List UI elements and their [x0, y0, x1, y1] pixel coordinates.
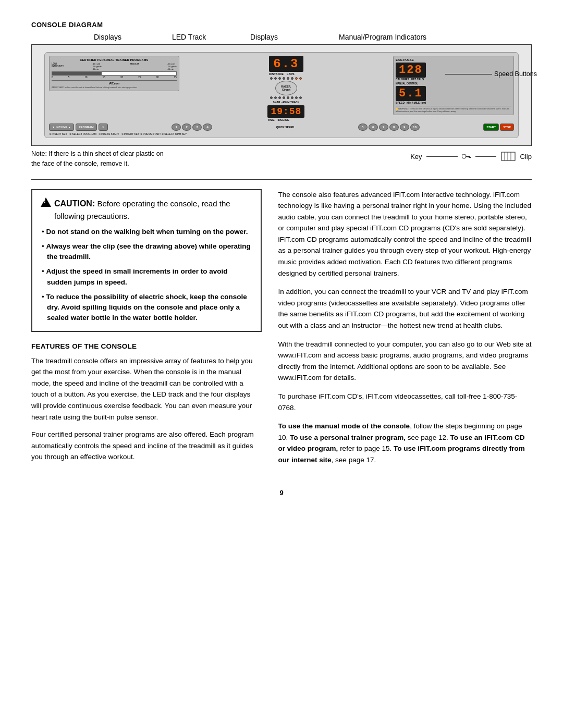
- console-note-text: Note: If there is a thin sheet of clear …: [31, 150, 164, 167]
- svg-rect-2: [469, 157, 470, 158]
- bold1: To use the manual mode of the console: [278, 422, 410, 430]
- ekg-label: EKG PULSE: [396, 58, 511, 61]
- diagram-top-labels: Displays LED Track Displays Manual/Progr…: [31, 33, 532, 44]
- caution-item-2: • Always wear the clip (see the drawing …: [41, 241, 252, 263]
- caution-item-4: • To reduce the possibility of electric …: [41, 292, 252, 324]
- main-content: CAUTION: Before operating the console, r…: [31, 189, 532, 473]
- text4: , see page 17.: [332, 456, 376, 464]
- right-column: The console also features advanced iFIT.…: [278, 189, 532, 473]
- caution-item-2-text: Always wear the clip (see the drawing ab…: [46, 242, 250, 261]
- console-diagram-section: CONSOLE DIAGRAM Displays LED Track Displ…: [31, 21, 532, 169]
- console-panel: CERTIFIED PERSONAL TRAINER PROGRAMS LOWI…: [44, 52, 519, 138]
- key-icon: [462, 153, 471, 160]
- caution-item-4-text: To reduce the possibility of electric sh…: [46, 293, 247, 322]
- incline-label: INCLINE: [278, 118, 289, 121]
- features-paragraph1: The treadmill console offers an impressi…: [31, 355, 262, 423]
- right-paragraph4: To purchase iFIT.com CD's, iFIT.com vide…: [278, 391, 532, 413]
- caution-item-1: • Do not stand on the walking belt when …: [41, 227, 252, 237]
- incline-program-row: ▼ INCLINE ▲ PROGRAM ▼: [49, 124, 108, 131]
- right-paragraph3: With the treadmill connected to your com…: [278, 339, 532, 384]
- btn-6[interactable]: 6: [369, 124, 378, 131]
- text3: refer to page 15.: [338, 445, 394, 452]
- features-title: FEATURES OF THE CONSOLE: [31, 342, 262, 350]
- incline-down-button[interactable]: ▼ INCLINE ▲: [49, 124, 74, 131]
- display-speed: 5.1: [396, 86, 426, 101]
- laps-label: LAPS: [287, 72, 295, 76]
- console-inner: CERTIFIED PERSONAL TRAINER PROGRAMS LOWI…: [32, 45, 531, 145]
- led-track-top: [270, 77, 302, 80]
- display-large1: 6.3: [269, 56, 303, 72]
- btn-2[interactable]: 2: [182, 124, 191, 131]
- section-divider: [31, 179, 532, 180]
- label-manual-program: Manual/Program Indicators: [339, 33, 426, 41]
- panel-display-center: 6.3 DISTANCE LAPS: [184, 56, 389, 121]
- key-dash-line: [426, 156, 458, 157]
- time-label: TIME: [267, 118, 274, 121]
- led-track-bottom: [270, 96, 302, 99]
- panel-right: EKG PULSE 128 CALORIESFAT CALS. MANUAL C…: [393, 56, 514, 115]
- stop-button[interactable]: STOP: [500, 124, 514, 131]
- bottom-labels-row: ① INSERT KEY ② SELECT PROGRAM ③ PRESS ST…: [49, 132, 514, 135]
- speed-annotation: Speed Buttons: [445, 70, 537, 78]
- right-paragraph1: The console also features advanced iFIT.…: [278, 189, 532, 279]
- racer-circuit: RACER.Circuit: [275, 81, 297, 95]
- btn-10[interactable]: 10: [410, 124, 420, 131]
- connector-line: [475, 156, 496, 157]
- program-button[interactable]: PROGRAM: [76, 124, 97, 131]
- quick-speed-label: QUICK SPEED: [276, 126, 294, 129]
- label-displays1: Displays: [94, 33, 121, 41]
- number-buttons: 1 2 3 4: [172, 124, 212, 131]
- panel-bottom-row: ▼ INCLINE ▲ PROGRAM ▼ 1 2 3 4 QUICK SPEE…: [49, 124, 514, 131]
- certified-trainer-label: CERTIFIED PERSONAL TRAINER PROGRAMS: [52, 58, 177, 61]
- display-calories: 128: [396, 63, 426, 78]
- start-button[interactable]: START: [483, 124, 499, 131]
- clip-icon: [500, 151, 516, 162]
- btn-4[interactable]: 4: [203, 124, 212, 131]
- bold2: To use a personal trainer program,: [290, 434, 406, 441]
- label-displays2: Displays: [250, 33, 278, 41]
- console-diagram-title: CONSOLE DIAGRAM: [31, 21, 532, 29]
- caution-header-text: CAUTION: Before operating the console, r…: [54, 198, 252, 223]
- speed-down-button[interactable]: ▼: [99, 124, 108, 131]
- svg-rect-4: [501, 152, 515, 161]
- console-note: Note: If there is a thin sheet of clear …: [31, 149, 167, 169]
- caution-triangle-icon: [41, 198, 51, 207]
- right-paragraph2: In addition, you can connect the treadmi…: [278, 286, 532, 331]
- features-paragraph2: Four certified personal trainer programs…: [31, 429, 262, 463]
- caution-header: CAUTION: Before operating the console, r…: [41, 198, 252, 223]
- caution-title: CAUTION:: [54, 199, 95, 208]
- btn-9[interactable]: 9: [400, 124, 409, 131]
- caution-item-3-text: Adjust the speed in small increments in …: [46, 267, 227, 286]
- btn-3[interactable]: 3: [192, 124, 202, 131]
- label-led-track: LED Track: [172, 33, 206, 41]
- svg-point-0: [462, 154, 466, 158]
- key-clip-annotation: Key Clip: [410, 149, 532, 169]
- left-column: CAUTION: Before operating the console, r…: [31, 189, 262, 473]
- page-number: 9: [31, 489, 532, 497]
- key-label: Key: [410, 153, 422, 161]
- btn-7[interactable]: 7: [379, 124, 388, 131]
- btn-8[interactable]: 8: [389, 124, 399, 131]
- panel-top-row: CERTIFIED PERSONAL TRAINER PROGRAMS LOWI…: [49, 56, 514, 121]
- svg-rect-3: [470, 157, 471, 158]
- key-clip-row: Key Clip: [410, 151, 532, 162]
- intensity-labels: 05101520253035: [52, 76, 177, 79]
- btn-5[interactable]: 5: [358, 124, 368, 131]
- diagram-annotations: Note: If there is a thin sheet of clear …: [31, 149, 532, 169]
- distance-label: DISTANCE: [269, 72, 284, 76]
- btn-1[interactable]: 1: [172, 124, 181, 131]
- panel-left: CERTIFIED PERSONAL TRAINER PROGRAMS LOWI…: [49, 56, 179, 91]
- console-box-wrapper: CERTIFIED PERSONAL TRAINER PROGRAMS LOWI…: [31, 44, 532, 146]
- intensity-bar: [52, 71, 177, 76]
- display-time: 19:58: [267, 105, 304, 118]
- text2: see page 12.: [406, 434, 450, 441]
- clip-label: Clip: [520, 153, 532, 161]
- caution-item-3: • Adjust the speed in small increments i…: [41, 266, 252, 288]
- right-paragraph5: To use the manual mode of the console, f…: [278, 421, 532, 465]
- quick-speed-buttons: 5 6 7 8 9 10: [358, 124, 420, 131]
- caution-item-1-text: Do not stand on the walking belt when tu…: [46, 228, 248, 236]
- speed-buttons-label: Speed Buttons: [494, 70, 537, 78]
- caution-box: CAUTION: Before operating the console, r…: [31, 189, 262, 332]
- start-stop-buttons: START STOP: [483, 124, 514, 131]
- console-image: CERTIFIED PERSONAL TRAINER PROGRAMS LOWI…: [31, 44, 532, 146]
